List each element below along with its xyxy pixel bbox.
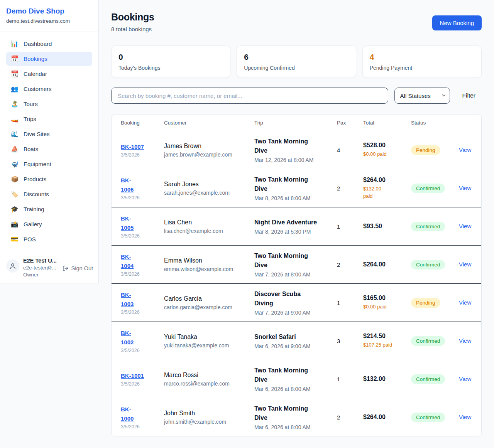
booking-link[interactable]: BK-1000 [121,406,134,422]
status-filter-select[interactable]: All Statuses [394,88,450,104]
booking-link[interactable]: BK-1005 [121,215,134,231]
sidebar-item-trips[interactable]: 🚤 Trips [6,112,92,126]
table-body: BK-1007 3/5/2026 James Brown james.brown… [112,131,481,436]
total-bookings-count: 8 total bookings [111,26,154,32]
booking-date: 3/5/2026 [121,152,159,158]
view-link[interactable]: View [459,147,471,153]
total-cell: $214.50 $107.25 paid [363,333,411,349]
sidebar-item-label: Dashboard [24,40,52,47]
sidebar-item-boats[interactable]: ⛵ Boats [6,142,92,156]
sidebar-item-bookings[interactable]: 📅 Bookings [6,52,92,66]
column-header-customer: Customer [164,120,254,126]
filter-button[interactable]: Filter [456,92,482,99]
sidebar-item-equipment[interactable]: 🤿 Equipment [6,157,92,171]
sidebar-item-products[interactable]: 📦 Products [6,172,92,186]
booking-link[interactable]: BK-1002 [121,330,134,345]
total-amount: $165.00 [363,295,406,301]
view-link[interactable]: View [459,337,471,344]
customer-name: Sarah Jones [164,181,250,188]
total-amount: $214.50 [363,333,406,340]
sidebar-item-calendar[interactable]: 📆 Calendar [6,67,92,81]
trip-cell: Two Tank MorningDive Mar 7, 2026 at 8:00… [254,251,337,278]
stat-label: Upcoming Confirmed [244,65,349,71]
sidebar-item-discounts[interactable]: 🏷️ Discounts [6,187,92,201]
total-cell: $165.00 $0.00 paid [363,295,411,311]
view-link[interactable]: View [459,185,471,191]
booking-date: 3/5/2026 [121,424,159,429]
search-wrap [111,88,388,104]
avatar [6,259,19,273]
tear-off-calendar-icon: 📆 [11,71,19,77]
view-link[interactable]: View [459,299,471,306]
booking-cell: BK-1002 3/5/2026 [121,328,164,353]
pax-value: 1 [337,223,363,230]
sidebar-item-dive-sites[interactable]: 🌊 Dive Sites [6,127,92,141]
view-link[interactable]: View [459,261,471,268]
sign-out-label: Sign Out [71,265,93,271]
booking-date: 3/5/2026 [121,271,159,277]
booking-link[interactable]: BK-1006 [121,177,134,193]
booking-link[interactable]: BK-1007 [121,143,144,150]
sidebar-item-label: Gallery [24,221,42,227]
user-role: Owner [23,272,59,278]
trip-datetime: Mar 6, 2026 at 9:00 AM [254,343,332,349]
sidebar-item-label: Tours [24,101,38,107]
booking-link[interactable]: BK-1004 [121,253,134,269]
pax-value: 1 [337,376,363,382]
view-link[interactable]: View [459,376,471,382]
trip-cell: Two Tank MorningDive Mar 6, 2026 at 8:00… [254,366,337,392]
customer-email: john.smith@example.com [164,419,250,425]
booking-link[interactable]: BK-1003 [121,291,134,307]
total-cell: $264.00 [363,261,411,268]
sidebar-item-tours[interactable]: 🏝️ Tours [6,97,92,111]
trip-name: Two Tank MorningDive [254,251,332,270]
booking-link[interactable]: BK-1001 [121,372,144,379]
trip-name: Two Tank MorningDive [254,137,332,155]
customer-email: yuki.tanaka@example.com [164,342,250,349]
filter-controls: All Statuses Filter [111,88,482,104]
people-icon: 👥 [11,86,19,92]
customer-cell: Sarah Jones sarah.jones@example.com [164,181,254,196]
sidebar-nav: 📊 Dashboard 📅 Bookings 📆 Calendar 👥 Cust… [0,32,98,252]
sidebar-header: Demo Dive Shop demo.test.divestreams.com [0,0,98,32]
total-amount: $264.00 [363,261,406,268]
customer-cell: Emma Wilson emma.wilson@example.com [164,257,254,272]
booking-cell: BK-1005 3/5/2026 [121,214,164,239]
new-booking-button[interactable]: New Booking [432,15,482,30]
booking-date: 3/5/2026 [121,381,159,387]
table-row: BK-1000 3/5/2026 John Smith john.smith@e… [112,398,481,436]
view-link[interactable]: View [459,414,471,420]
sign-out-button[interactable]: Sign Out [63,265,93,271]
sidebar-item-dashboard[interactable]: 📊 Dashboard [6,37,92,51]
stat-card: 6 Upcoming Confirmed [237,45,356,78]
status-cell: Confirmed [411,413,459,422]
sidebar-item-label: Trips [24,116,36,122]
logout-icon [63,265,69,271]
status-badge: Confirmed [411,260,445,269]
booking-cell: BK-1006 3/5/2026 [121,176,164,200]
shop-domain: demo.test.divestreams.com [6,18,92,24]
sidebar-item-label: Calendar [24,71,47,77]
pax-value: 2 [337,261,363,268]
main-content: Bookings 8 total bookings New Booking 0 … [99,0,494,448]
customer-name: Yuki Tanaka [164,333,250,340]
search-input[interactable] [111,88,388,104]
total-amount: $132.00 [363,376,406,382]
booking-date: 3/5/2026 [121,195,159,200]
sidebar-item-customers[interactable]: 👥 Customers [6,82,92,96]
sidebar-item-label: Customers [24,86,52,92]
sidebar-item-label: Discounts [24,191,49,197]
trip-datetime: Mar 7, 2026 at 9:00 AM [254,310,332,316]
stat-card: 0 Today's Bookings [111,45,230,78]
sidebar-item-gallery[interactable]: 📸 Gallery [6,217,92,231]
status-cell: Pending [411,145,459,155]
column-header-booking: Booking [121,120,164,126]
view-link[interactable]: View [459,223,471,229]
sidebar-item-pos[interactable]: 💳 POS [6,232,92,246]
trip-name: Snorkel Safari [254,332,332,342]
customer-cell: John Smith john.smith@example.com [164,410,254,425]
sidebar-item-training[interactable]: 🎓 Training [6,202,92,216]
trip-cell: Snorkel Safari Mar 6, 2026 at 9:00 AM [254,332,337,349]
stat-value: 4 [370,52,474,62]
customer-email: james.brown@example.com [164,152,250,158]
